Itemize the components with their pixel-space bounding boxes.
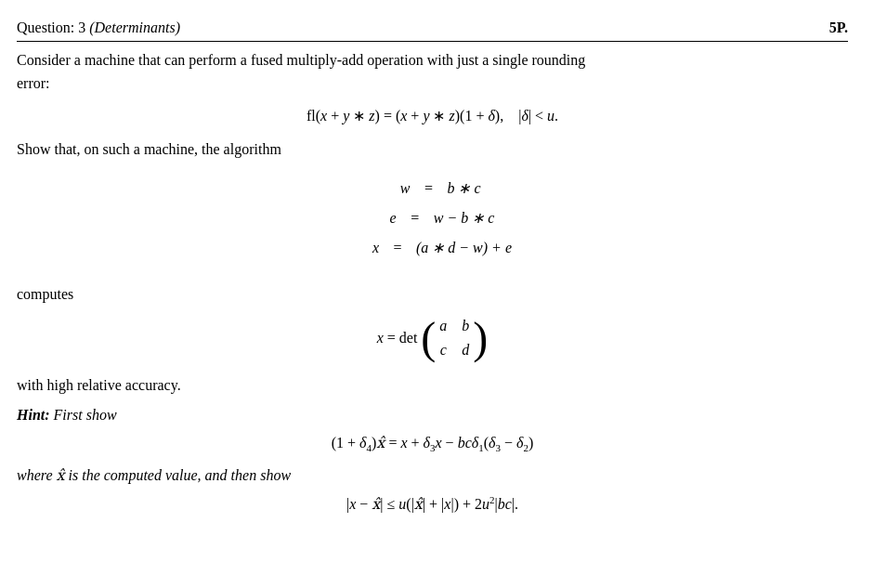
matrix-a: a xyxy=(439,315,447,337)
hint-label: Hint: xyxy=(17,407,50,423)
question-label: Question: 3 xyxy=(17,20,85,35)
algo-eq-w: = xyxy=(410,174,447,203)
det-inner: x = det ( a b c d ) xyxy=(377,315,489,361)
matrix-grid: a b c d xyxy=(439,315,469,361)
matrix-c: c xyxy=(439,339,447,361)
matrix-wrapper: ( a b c d ) xyxy=(421,315,488,361)
question-title: Question: 3 (Determinants) xyxy=(17,17,180,39)
hint-formula: (1 + δ4)x̂ = x + δ3x − bcδ1(δ3 − δ2) xyxy=(17,432,848,456)
matrix-b: b xyxy=(462,315,469,337)
algo-eq-e: = xyxy=(397,203,434,233)
algo-expr-e: w − b ∗ c xyxy=(434,203,495,233)
det-block: x = det ( a b c d ) xyxy=(17,315,848,361)
question-header: Question: 3 (Determinants) 5P. xyxy=(17,17,848,42)
computes-text: computes xyxy=(17,283,848,306)
hint-text: Hint: First show xyxy=(17,404,848,426)
algo-row-w: w = b ∗ c xyxy=(384,174,480,203)
paren-left: ( xyxy=(421,316,436,360)
matrix-d: d xyxy=(462,339,469,361)
intro-line1: Consider a machine that can perform a fu… xyxy=(17,52,585,68)
algo-row-x: x = (a ∗ d − w) + e xyxy=(353,233,512,263)
fma-formula: fl(x + y ∗ z) = (x + y ∗ z)(1 + δ), |δ| … xyxy=(17,105,848,127)
algorithm-block: w = b ∗ c e = w − b ∗ c x = (a ∗ d − w) … xyxy=(17,174,848,263)
question-topic: (Determinants) xyxy=(89,20,180,35)
paren-right: ) xyxy=(473,316,488,360)
final-formula: |x − x̂| ≤ u(|x̂| + |x|) + 2u2|bc|. xyxy=(17,492,848,516)
where-text: where x̂ is the computed value, and then… xyxy=(17,464,848,487)
det-lhs: x = det xyxy=(377,327,418,349)
algo-eq-x: = xyxy=(379,233,416,263)
accuracy-text: with high relative accuracy. xyxy=(17,374,848,397)
algo-var-w: w xyxy=(384,174,410,203)
intro-line2: error: xyxy=(17,75,50,91)
algo-expr-x: (a ∗ d − w) + e xyxy=(416,233,512,263)
algo-row-e: e = w − b ∗ c xyxy=(371,203,495,233)
show-text: Show that, on such a machine, the algori… xyxy=(17,138,848,161)
algo-var-x: x xyxy=(353,233,379,263)
algo-var-e: e xyxy=(371,203,397,233)
hint-body: First show xyxy=(54,407,117,423)
question-points: 5P. xyxy=(829,17,848,39)
intro-paragraph: Consider a machine that can perform a fu… xyxy=(17,49,848,96)
algo-expr-w: b ∗ c xyxy=(447,174,480,203)
